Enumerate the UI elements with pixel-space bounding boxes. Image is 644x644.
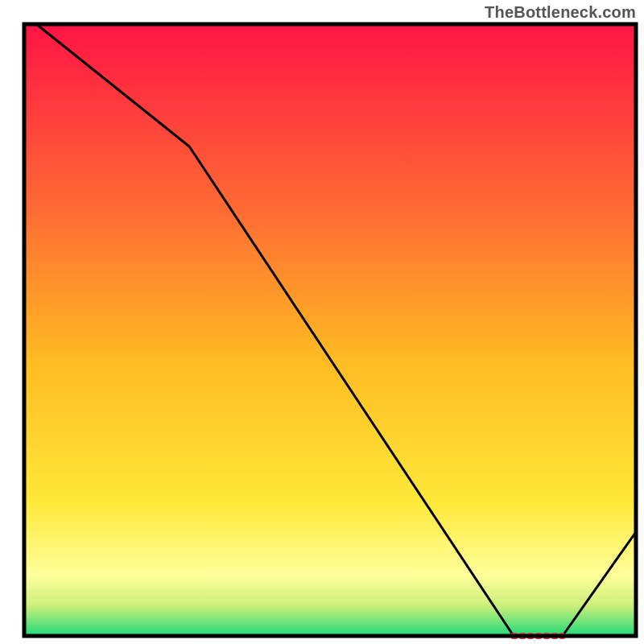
bottleneck-chart bbox=[0, 0, 644, 644]
chart-background bbox=[24, 24, 636, 636]
